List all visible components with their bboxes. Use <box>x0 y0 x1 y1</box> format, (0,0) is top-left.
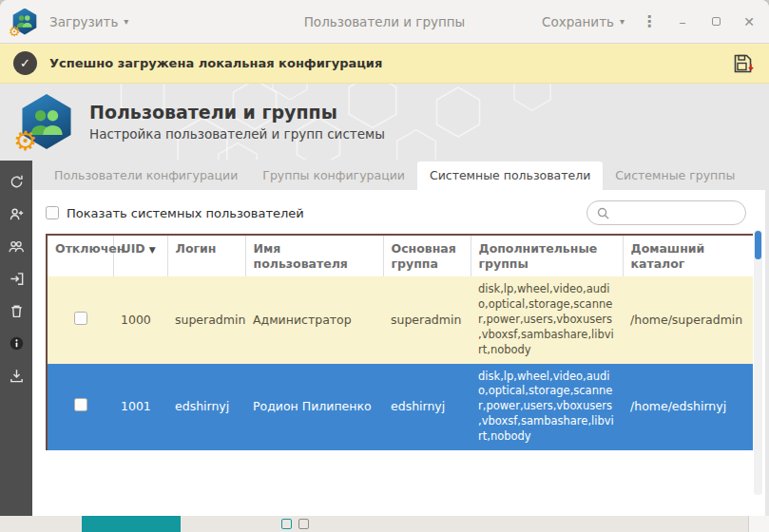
save-floppy-icon <box>732 52 755 75</box>
content-panel: Показать системных пользователей <box>32 190 765 516</box>
table-row[interactable]: 1000 superadmin Администратор superadmin… <box>47 276 753 363</box>
gear-icon: ⚙ <box>13 128 37 155</box>
titlebar: Пользователи и группы ⚙ Загрузить ▾ Сохр… <box>0 0 769 44</box>
tab-bar: Пользователи конфигурации Группы конфигу… <box>32 161 765 190</box>
cell-name: Родион Пилипенко <box>245 364 383 450</box>
col-header-primary-group[interactable]: Основная группа <box>383 235 471 276</box>
tab-config-groups[interactable]: Группы конфигурации <box>250 162 417 190</box>
search-input[interactable] <box>616 206 737 220</box>
app-icon-large: ⚙ <box>19 94 74 149</box>
sort-desc-icon: ▼ <box>149 245 156 255</box>
search-icon <box>596 206 610 220</box>
tab-system-groups[interactable]: Системные группы <box>603 162 747 190</box>
download-icon <box>9 368 25 384</box>
tab-system-users[interactable]: Системные пользователи <box>417 162 603 190</box>
refresh-button[interactable] <box>7 173 26 190</box>
scrollbar-thumb[interactable] <box>755 231 761 259</box>
success-icon: ✓ <box>13 51 37 75</box>
page-subtitle: Настройка пользователей и групп системы <box>89 126 385 142</box>
add-user-icon <box>9 206 25 222</box>
maximize-button[interactable] <box>707 13 724 30</box>
sign-in-icon <box>9 271 25 287</box>
cell-uid: 1000 <box>113 276 167 363</box>
cell-extra-groups: disk,lp,wheel,video,audio,optical,storag… <box>471 364 623 450</box>
sidebar <box>0 161 32 516</box>
cell-home: /home/superadmin <box>623 276 753 363</box>
row-disabled-checkbox[interactable] <box>74 398 87 411</box>
download-button[interactable] <box>7 367 26 384</box>
refresh-icon <box>9 174 25 190</box>
groups-button[interactable] <box>7 238 26 255</box>
users-group-icon <box>8 238 25 255</box>
minimize-button[interactable]: – <box>674 13 691 30</box>
app-icon: ⚙ <box>11 9 38 35</box>
save-config-button[interactable] <box>731 51 756 76</box>
save-button[interactable]: Сохранить ▾ <box>542 14 625 29</box>
page-title: Пользователи и группы <box>89 102 385 123</box>
info-icon <box>9 335 25 352</box>
table-row-selected[interactable]: 1001 edshirnyj Родион Пилипенко edshirny… <box>47 364 753 450</box>
background-window-icons <box>281 519 309 529</box>
col-header-extra-groups[interactable]: Дополнительные группы <box>471 235 623 276</box>
close-button[interactable]: ✕ <box>740 13 758 30</box>
background-teal-bar <box>82 516 181 532</box>
cell-primary-group: edshirnyj <box>383 364 471 450</box>
col-header-login[interactable]: Логин <box>167 235 245 276</box>
load-button[interactable]: Загрузить ▾ <box>49 14 128 29</box>
cell-uid: 1001 <box>113 364 167 450</box>
page-header: ⚙ Пользователи и группы Настройка пользо… <box>0 84 769 160</box>
search-box[interactable] <box>586 200 746 225</box>
cell-primary-group: superadmin <box>383 276 471 363</box>
background-window-strip <box>0 516 769 532</box>
chevron-down-icon: ▾ <box>124 16 128 27</box>
cell-login: superadmin <box>167 276 245 363</box>
notification-bar: ✓ Успешно загружена локальная конфигурац… <box>0 44 769 84</box>
col-header-home[interactable]: Домашний каталог <box>623 235 753 276</box>
info-button[interactable] <box>7 334 26 352</box>
add-user-button[interactable] <box>7 205 26 222</box>
col-header-uid[interactable]: UID▼ <box>113 235 167 276</box>
menu-button[interactable]: ⋮ <box>641 13 658 30</box>
delete-button[interactable] <box>7 302 26 319</box>
app-window: Пользователи и группы ⚙ Загрузить ▾ Сохр… <box>0 0 769 516</box>
notification-message: Успешно загружена локальная конфигурация <box>49 56 719 70</box>
load-button-label: Загрузить <box>49 14 118 29</box>
col-header-name[interactable]: Имя пользователя <box>245 235 383 276</box>
trash-icon <box>9 303 25 319</box>
users-table: Отключен UID▼ Логин Имя пользователя Осн… <box>46 234 753 450</box>
cell-login: edshirnyj <box>167 364 245 450</box>
save-button-label: Сохранить <box>542 14 614 29</box>
sign-in-button[interactable] <box>7 270 26 287</box>
col-header-disabled[interactable]: Отключен <box>47 235 113 276</box>
chevron-down-icon: ▾ <box>620 16 625 27</box>
tab-config-users[interactable]: Пользователи конфигурации <box>42 162 250 190</box>
background-strip-right <box>748 516 769 532</box>
table-header-row: Отключен UID▼ Логин Имя пользователя Осн… <box>47 235 753 276</box>
cell-name: Администратор <box>245 276 383 363</box>
show-system-users-label: Показать системных пользователей <box>67 206 304 220</box>
maximize-icon <box>712 17 721 26</box>
row-disabled-checkbox[interactable] <box>74 312 87 325</box>
show-system-users-checkbox[interactable] <box>46 206 59 219</box>
users-table-wrap: Отключен UID▼ Логин Имя пользователя Осн… <box>46 234 753 450</box>
gear-icon: ⚙ <box>9 25 21 38</box>
cell-home: /home/edshirnyj <box>623 364 753 450</box>
vertical-scrollbar[interactable] <box>754 230 762 495</box>
cell-extra-groups: disk,lp,wheel,video,audio,optical,storag… <box>471 276 623 363</box>
